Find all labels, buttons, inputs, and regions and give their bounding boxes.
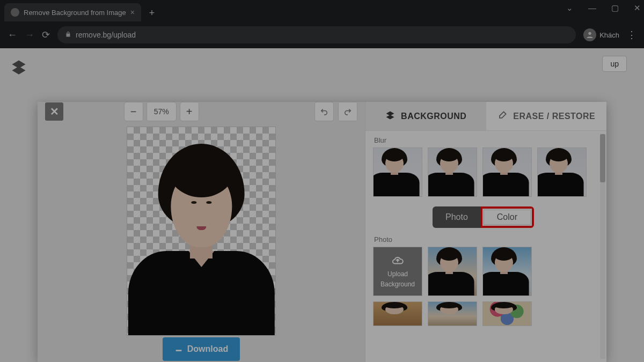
upload-label-1: Upload — [387, 270, 408, 278]
background-panel: Blur Photo Color — [365, 131, 601, 362]
lock-icon — [65, 31, 71, 39]
photo-bg-option[interactable] — [482, 247, 532, 296]
editor-left-pane: ✕ − 57% + — [38, 102, 365, 362]
history-controls — [314, 102, 357, 121]
section-blur-label: Blur — [374, 136, 594, 144]
redo-button[interactable] — [338, 102, 357, 121]
toggle-photo-button[interactable]: Photo — [433, 206, 481, 228]
blur-option[interactable] — [373, 147, 422, 197]
profile-label: Khách — [599, 31, 619, 39]
download-row: Download — [38, 336, 365, 362]
upload-label-2: Background — [380, 280, 415, 288]
close-editor-button[interactable]: ✕ — [45, 102, 63, 121]
photo-bg-option[interactable] — [428, 301, 477, 326]
logo-layers-icon — [11, 59, 27, 75]
photo-bg-option[interactable] — [428, 247, 477, 296]
photo-bg-option[interactable] — [482, 301, 532, 326]
color-highlight-ring: Color — [480, 206, 534, 228]
address-bar[interactable]: remove.bg/upload — [57, 26, 576, 43]
blur-option[interactable] — [537, 147, 587, 197]
tab-title: Remove Background from Image — [24, 9, 126, 17]
zoom-in-button[interactable]: + — [180, 102, 199, 121]
photo-bg-option[interactable] — [373, 301, 422, 326]
editor-modal: ✕ − 57% + — [38, 102, 606, 362]
window-maximize-icon[interactable]: ▢ — [611, 3, 619, 13]
brush-icon — [497, 110, 508, 123]
blur-option[interactable] — [428, 147, 477, 197]
tab-background[interactable]: BACKGROUND — [365, 102, 486, 130]
editor-tabs: BACKGROUND ERASE / RESTORE — [365, 102, 606, 131]
section-photo-label: Photo — [374, 235, 594, 243]
new-tab-button[interactable]: + — [144, 5, 159, 20]
browser-toolbar: ← → ⟳ remove.bg/upload Khách ⋮ — [0, 21, 644, 48]
photo-thumb-grid: Upload Background — [373, 247, 594, 296]
window-controls: ⌄ — ▢ ✕ — [566, 3, 641, 13]
editor-right-pane: BACKGROUND ERASE / RESTORE Blur — [365, 102, 606, 362]
svg-point-0 — [588, 32, 591, 35]
signup-button-peek[interactable]: up — [602, 56, 627, 72]
canvas-area — [38, 121, 365, 336]
window-close-icon[interactable]: ✕ — [634, 3, 641, 13]
editor-toolbar: ✕ − 57% + — [38, 102, 365, 121]
toggle-color-button[interactable]: Color — [484, 210, 531, 225]
avatar-icon — [583, 28, 596, 41]
zoom-controls: − 57% + — [124, 102, 199, 121]
undo-button[interactable] — [314, 102, 334, 121]
profile-chip[interactable]: Khách — [583, 28, 619, 41]
zoom-out-button[interactable]: − — [124, 102, 143, 121]
browser-chrome: Remove Background from Image × + ⌄ — ▢ ✕… — [0, 0, 644, 48]
layers-icon — [385, 110, 396, 123]
upload-background-button[interactable]: Upload Background — [373, 247, 422, 296]
download-button[interactable]: Download — [163, 337, 240, 361]
photo-thumb-grid-row2 — [373, 301, 594, 326]
subject-cutout — [137, 144, 265, 335]
nav-forward-icon[interactable]: → — [25, 29, 34, 41]
tab-erase-label: ERASE / RESTORE — [513, 112, 595, 121]
tab-favicon — [11, 8, 19, 17]
download-icon — [174, 344, 183, 354]
tab-bar: Remove Background from Image × + ⌄ — ▢ ✕ — [0, 0, 644, 21]
url-text: remove.bg/upload — [76, 31, 136, 39]
tab-erase-restore[interactable]: ERASE / RESTORE — [486, 102, 607, 130]
image-canvas[interactable] — [127, 127, 276, 336]
window-chevron-icon[interactable]: ⌄ — [566, 3, 573, 13]
nav-back-icon[interactable]: ← — [8, 29, 17, 41]
browser-menu-icon[interactable]: ⋮ — [627, 29, 636, 41]
tab-close-icon[interactable]: × — [130, 8, 135, 17]
browser-tab[interactable]: Remove Background from Image × — [4, 3, 141, 21]
blur-option[interactable] — [482, 147, 532, 197]
tab-background-label: BACKGROUND — [401, 112, 466, 121]
blur-thumb-grid — [373, 147, 594, 197]
bg-mode-toggle: Photo Color — [373, 206, 594, 228]
page-body: up ✕ − 57% + — [0, 48, 644, 362]
download-label: Download — [187, 344, 228, 354]
zoom-level: 57% — [147, 102, 177, 121]
cloud-upload-icon — [391, 255, 405, 268]
window-minimize-icon[interactable]: — — [588, 3, 596, 13]
nav-reload-icon[interactable]: ⟳ — [42, 29, 50, 41]
